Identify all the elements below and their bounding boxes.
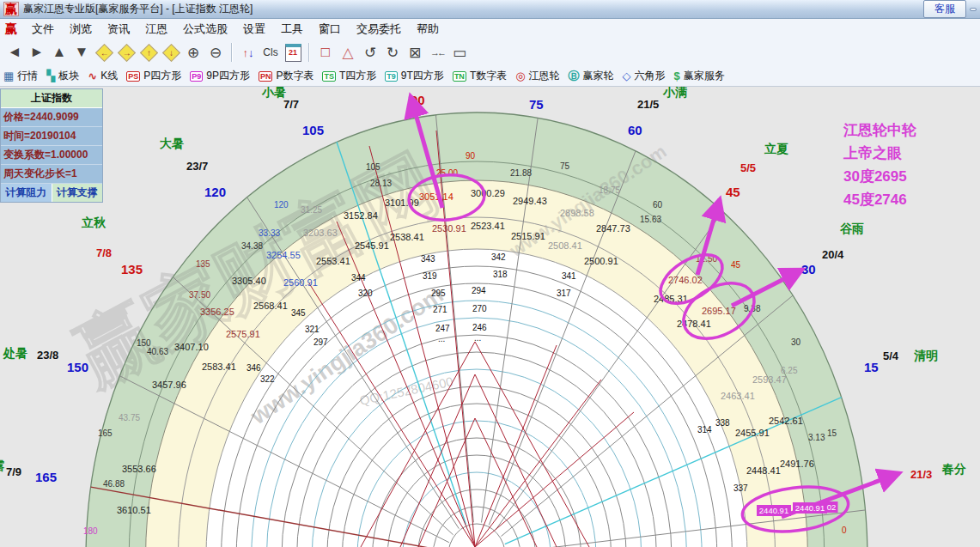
toolbar-item-p-table[interactable]: PNP数字表: [259, 69, 314, 83]
wheel-label: 321: [305, 325, 320, 334]
diamond-down-icon[interactable]: ↓: [160, 41, 182, 64]
rotate-ccw-icon[interactable]: ↺: [359, 41, 381, 64]
customer-service-button[interactable]: 客服: [923, 0, 966, 18]
wheel-label: 343: [421, 254, 435, 264]
toolbar-item-winner-service[interactable]: $赢家服务: [674, 69, 725, 83]
menu-item-帮助[interactable]: 帮助: [409, 20, 447, 39]
calc-resistance-button[interactable]: 计算阻力: [1, 184, 52, 202]
expand-icon[interactable]: ⊠: [404, 41, 426, 64]
menu-item-设置[interactable]: 设置: [235, 20, 273, 39]
updown-icon[interactable]: ↑↓: [237, 41, 259, 64]
annotation-line: 45度2746: [843, 188, 916, 211]
diamond-up-icon[interactable]: ↑: [137, 41, 160, 64]
wheel-label: 2593.47: [752, 374, 787, 385]
wheel-label: 28.13: [370, 179, 392, 188]
triangle-tool-icon[interactable]: △: [337, 41, 359, 64]
toolbar-item-t-square[interactable]: TST四方形: [322, 69, 376, 83]
wheel-label: 春分: [941, 462, 966, 476]
wheel-label: 15: [827, 428, 837, 438]
price-highlight-value: 2440.91: [795, 503, 825, 513]
menu-item-公式选股[interactable]: 公式选股: [175, 20, 235, 39]
nav-up-icon[interactable]: ▲: [48, 41, 70, 64]
zoom-in-icon[interactable]: ⊕: [182, 41, 204, 64]
wheel-label: 318: [493, 270, 508, 279]
converge-icon[interactable]: →←: [426, 41, 448, 64]
wheel-label: 2508.41: [548, 240, 582, 251]
toolbar-item-winner-wheel[interactable]: Ⓑ赢家轮: [569, 69, 614, 84]
wheel-label: 2478.41: [677, 319, 711, 329]
wheel-label: 342: [491, 252, 506, 262]
drawing-toolbar: ◄►▲▼←→↑↓⊕⊖↑↓Cls21□△↺↻⊠→←▭: [0, 39, 980, 67]
wheel-label: ...: [474, 333, 481, 343]
rect-tool-icon[interactable]: □: [314, 41, 337, 64]
p-table-icon: PN: [259, 71, 273, 82]
diamond-right-icon[interactable]: →: [115, 41, 137, 64]
toolbar-item-hexagon[interactable]: ◇六角形: [623, 69, 666, 83]
toolbar-item-t-table[interactable]: TNT数字表: [453, 69, 507, 83]
wheel-label: 2523.41: [471, 221, 505, 231]
toolbar-item-gann-wheel[interactable]: ◎江恩轮: [515, 69, 559, 83]
wheel-label: 18.75: [599, 185, 620, 195]
nav-right-icon[interactable]: ►: [26, 41, 48, 64]
calendar-icon[interactable]: 21: [282, 41, 304, 64]
t-table-icon: TN: [453, 71, 466, 82]
wheel-label: 3305.40: [232, 276, 266, 286]
wheel-label: 23/7: [186, 160, 208, 173]
wheel-label: 3203.63: [303, 228, 338, 238]
nav-down-icon[interactable]: ▼: [70, 41, 93, 64]
titlebar-button-partial[interactable]: [970, 8, 977, 11]
wheel-label: 37.50: [189, 290, 210, 300]
wheel-label: 21.88: [510, 168, 532, 178]
menu-item-工具[interactable]: 工具: [273, 20, 311, 39]
wheel-label: 247: [435, 324, 450, 333]
zoom-out-icon[interactable]: ⊖: [204, 41, 227, 64]
wheel-label: 294: [472, 286, 486, 295]
wheel-label: 3407.10: [174, 342, 209, 352]
winner-service-icon: $: [674, 70, 680, 82]
wheel-label: 135: [121, 262, 143, 277]
rotate-cw-icon[interactable]: ↻: [381, 41, 404, 64]
wheel-label: 3610.51: [117, 505, 151, 515]
toolbar-item-sectors[interactable]: ▚板块: [46, 69, 79, 83]
nav-left-icon[interactable]: ◄: [3, 41, 26, 64]
menu-item-浏览[interactable]: 浏览: [62, 20, 100, 39]
menu-item-江恩[interactable]: 江恩: [137, 20, 175, 39]
wheel-label: 2538.41: [390, 232, 424, 242]
menu-item-窗口[interactable]: 窗口: [311, 20, 349, 39]
price-highlight-value: 02: [827, 502, 837, 512]
wheel-label: 3.13: [808, 433, 825, 442]
wheel-label: 270: [472, 304, 487, 313]
t-square-icon: TS: [322, 71, 336, 82]
symbol-name: 上证指数: [1, 89, 102, 108]
wheel-label: 120: [204, 185, 226, 199]
wheel-label: 295: [431, 289, 446, 298]
toolbar-item-9p-square[interactable]: P99P四方形: [190, 69, 250, 83]
p-square-icon: PS: [126, 71, 140, 82]
sectors-label: 板块: [58, 69, 79, 83]
wheel-label: 0: [842, 526, 847, 535]
annotation-line: 上帝之眼: [843, 142, 916, 165]
diamond-left-icon[interactable]: ←: [93, 41, 115, 64]
toolbar-item-p-square[interactable]: PSP四方形: [126, 69, 181, 83]
toolbar-item-9t-square[interactable]: T99T四方形: [385, 69, 444, 83]
cls-button[interactable]: Cls: [259, 41, 282, 64]
wheel-label: 2500.91: [584, 256, 618, 266]
wheel-label: 319: [423, 271, 437, 281]
menu-item-交易委托[interactable]: 交易委托: [349, 20, 409, 39]
toolbar-separator: [231, 43, 233, 62]
wheel-label: 120: [274, 200, 289, 210]
board-icon[interactable]: ▭: [448, 41, 471, 64]
menu-item-资讯[interactable]: 资讯: [100, 20, 137, 39]
wheel-label: 立夏: [764, 142, 788, 155]
wheel-label: 3101.99: [385, 198, 419, 208]
calc-support-button[interactable]: 计算支撑: [52, 184, 103, 202]
toolbar-item-quotes[interactable]: ▦行情: [3, 69, 38, 83]
wheel-label: 2542.61: [769, 416, 803, 426]
wheel-label: 105: [302, 123, 324, 137]
winner-wheel-icon: Ⓑ: [569, 69, 580, 84]
wheel-label: 21/3: [910, 468, 932, 481]
menu-item-文件[interactable]: 文件: [24, 20, 62, 39]
toolbar-item-kline[interactable]: ∿K线: [88, 69, 118, 83]
hexagon-label: 六角形: [635, 69, 666, 83]
wheel-label: 2463.41: [721, 391, 755, 401]
